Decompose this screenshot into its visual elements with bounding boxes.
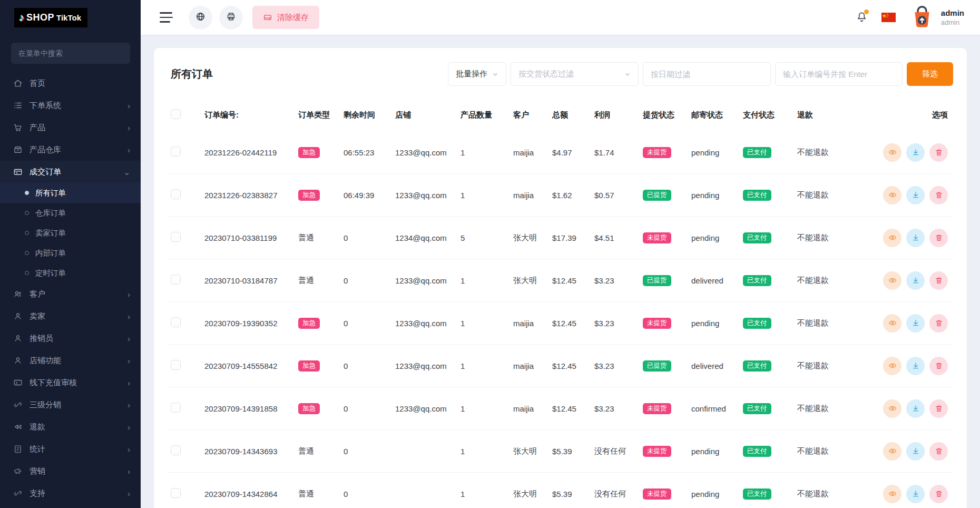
order-number: 20231226-02383827 xyxy=(201,174,295,217)
delete-button[interactable] xyxy=(929,399,948,418)
sidebar-subitem-3[interactable]: 内部订单 xyxy=(0,243,141,263)
sidebar-item-10[interactable]: 三级分销› xyxy=(0,394,141,416)
sidebar-item-7[interactable]: 推销员› xyxy=(0,327,141,349)
row-checkbox[interactable] xyxy=(171,360,181,370)
sidebar-item-6[interactable]: 卖家› xyxy=(0,305,141,327)
chevron-down-icon: ⌄ xyxy=(123,168,130,176)
sidebar-item-0[interactable]: 首页 xyxy=(0,72,141,94)
chevron-right-icon: › xyxy=(128,357,130,365)
print-button[interactable] xyxy=(219,6,243,30)
date-filter-input[interactable] xyxy=(643,62,771,86)
profit: $3.23 xyxy=(591,345,640,387)
sidebar-item-8[interactable]: 店铺功能› xyxy=(0,349,141,372)
download-button[interactable] xyxy=(906,357,925,375)
view-button[interactable] xyxy=(883,143,901,162)
delete-button[interactable] xyxy=(929,229,948,247)
download-button[interactable] xyxy=(906,271,925,290)
sidebar-item-13[interactable]: 营销› xyxy=(0,460,141,482)
sidebar-submenu: 所有订单仓库订单卖家订单内部订单定时订单 xyxy=(0,183,141,283)
order-number: 20230709-14391858 xyxy=(201,387,295,430)
delete-button[interactable] xyxy=(929,143,948,162)
download-button[interactable] xyxy=(906,314,925,333)
profit: $1.74 xyxy=(591,131,640,174)
logo[interactable]: ♪ SHOP TikTok xyxy=(0,0,141,27)
delete-button[interactable] xyxy=(929,442,948,461)
row-checkbox[interactable] xyxy=(171,445,181,455)
bulk-actions-select[interactable]: 批量操作 xyxy=(448,62,506,86)
sidebar-item-2[interactable]: 产品› xyxy=(0,116,141,139)
view-button[interactable] xyxy=(883,271,901,290)
customer: maijia xyxy=(510,345,549,387)
sidebar-item-4[interactable]: 成交订单⌄ xyxy=(0,161,141,183)
view-button[interactable] xyxy=(883,314,901,333)
row-checkbox[interactable] xyxy=(171,317,181,327)
language-globe-button[interactable] xyxy=(189,6,212,30)
remaining-time: 0 xyxy=(340,473,392,508)
refund-status: 不能退款 xyxy=(794,430,868,473)
mail-status: delivered xyxy=(688,345,740,387)
sidebar-item-5[interactable]: 客户› xyxy=(0,283,141,305)
download-button[interactable] xyxy=(906,229,925,247)
shop: 1233@qq.com xyxy=(392,174,457,217)
download-button[interactable] xyxy=(906,485,925,503)
sidebar-subitem-4[interactable]: 定时订单 xyxy=(0,263,141,283)
download-button[interactable] xyxy=(906,143,925,162)
row-checkbox[interactable] xyxy=(171,488,181,498)
view-button[interactable] xyxy=(883,357,901,375)
delete-button[interactable] xyxy=(929,186,948,204)
view-button[interactable] xyxy=(883,399,901,418)
sidebar-item-12[interactable]: 统计› xyxy=(0,438,141,460)
pickup-status-badge: 未提货 xyxy=(643,318,671,329)
shop xyxy=(392,430,457,473)
clear-cache-button[interactable]: 清除缓存 xyxy=(252,6,319,29)
sidebar-subitem-1[interactable]: 仓库订单 xyxy=(0,203,141,223)
mail-status: pending xyxy=(688,430,740,473)
chevron-right-icon: › xyxy=(128,290,130,298)
profit: $3.23 xyxy=(591,302,640,345)
row-checkbox[interactable] xyxy=(171,275,181,285)
row-checkbox[interactable] xyxy=(171,403,181,413)
filter-button[interactable]: 筛选 xyxy=(907,62,953,86)
sidebar-item-14[interactable]: 支持› xyxy=(0,482,141,504)
delete-button[interactable] xyxy=(929,485,948,503)
view-button[interactable] xyxy=(883,229,901,247)
row-checkbox[interactable] xyxy=(171,232,181,242)
sidebar-subitem-0[interactable]: 所有订单 xyxy=(0,183,141,203)
download-button[interactable] xyxy=(906,442,925,461)
order-no-input[interactable] xyxy=(775,62,903,86)
sidebar-item-11[interactable]: 退款› xyxy=(0,416,141,438)
notifications-button[interactable] xyxy=(856,11,868,25)
delivery-status-select[interactable]: 按交货状态过滤 xyxy=(511,62,639,86)
row-checkbox[interactable] xyxy=(171,146,181,157)
row-checkbox[interactable] xyxy=(171,189,181,199)
chevron-right-icon: › xyxy=(128,490,130,497)
total: $12.45 xyxy=(549,387,591,430)
view-button[interactable] xyxy=(883,485,901,503)
download-button[interactable] xyxy=(906,186,925,204)
shop: 1233@qq.com xyxy=(392,259,457,302)
view-button[interactable] xyxy=(883,442,901,461)
sidebar-item-3[interactable]: 产品仓库› xyxy=(0,139,141,161)
delete-button[interactable] xyxy=(929,271,948,290)
menu-search-input[interactable] xyxy=(11,43,130,64)
sidebar-item-9[interactable]: 线下充值审核› xyxy=(0,372,141,394)
sidebar-item-1[interactable]: 下单系统› xyxy=(0,94,141,116)
customer: maijia xyxy=(510,387,549,430)
mail-status: pending xyxy=(688,131,740,174)
menu-toggle-icon[interactable] xyxy=(160,12,173,23)
recharge-review-icon xyxy=(13,378,23,388)
shop: 1233@qq.com xyxy=(392,302,457,345)
mail-status: delivered xyxy=(688,259,740,302)
china-flag-icon[interactable] xyxy=(881,13,896,22)
bullet-icon xyxy=(25,271,29,275)
mail-status: pending xyxy=(688,302,740,345)
sidebar-subitem-2[interactable]: 卖家订单 xyxy=(0,223,141,243)
user-menu[interactable]: admin admin xyxy=(909,5,964,30)
tiktok-note-icon: ♪ xyxy=(19,12,24,24)
view-button[interactable] xyxy=(883,186,901,204)
delete-button[interactable] xyxy=(929,357,948,375)
download-button[interactable] xyxy=(906,399,925,418)
select-all-checkbox[interactable] xyxy=(171,109,181,119)
delete-button[interactable] xyxy=(929,314,948,333)
sidebar-item-15[interactable]: 网站设置› xyxy=(0,504,141,508)
